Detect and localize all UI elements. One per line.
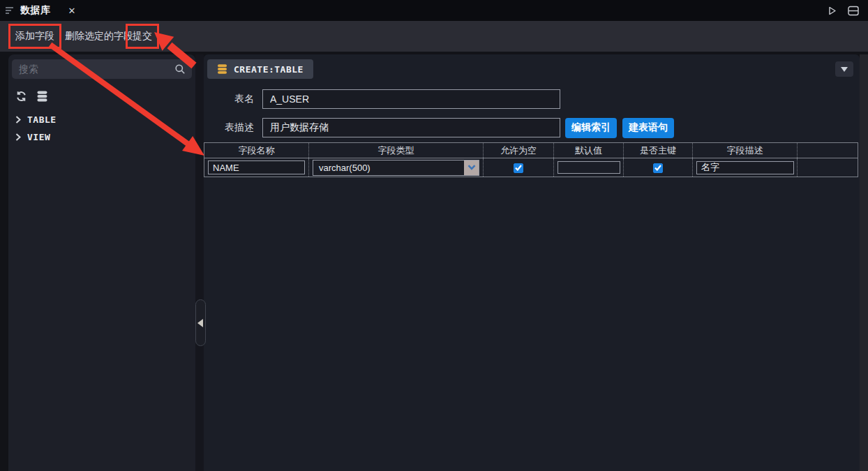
main-panel: CREATE:TABLE 表名 表描述 编辑索引 建表语句 字段名称 bbox=[204, 54, 860, 471]
column-header-field-desc: 字段描述 bbox=[693, 143, 798, 158]
tab-title: 数据库 bbox=[20, 4, 51, 17]
panel-dropdown-button[interactable] bbox=[835, 61, 853, 77]
create-sql-button[interactable]: 建表语句 bbox=[622, 118, 674, 138]
sidebar-tools bbox=[15, 91, 195, 102]
column-header-default-value: 默认值 bbox=[554, 143, 624, 158]
collapse-left-icon bbox=[197, 319, 203, 327]
database-icon bbox=[217, 64, 227, 74]
tree: TABLE VIEW bbox=[8, 111, 195, 146]
tree-item-label: VIEW bbox=[27, 132, 50, 142]
table-name-label: 表名 bbox=[204, 93, 262, 105]
table-desc-row: 表描述 编辑索引 建表语句 bbox=[204, 118, 860, 137]
tree-item-view[interactable]: VIEW bbox=[8, 128, 195, 146]
main-header: CREATE:TABLE bbox=[204, 54, 860, 79]
tree-item-table[interactable]: TABLE bbox=[8, 111, 195, 128]
sidebar: TABLE VIEW bbox=[8, 54, 195, 471]
empty-cell bbox=[798, 158, 858, 177]
list-icon bbox=[5, 6, 14, 15]
table-desc-input[interactable] bbox=[262, 118, 560, 137]
chevron-down-icon[interactable] bbox=[464, 160, 479, 175]
badge-label: CREATE:TABLE bbox=[234, 64, 304, 75]
fields-table: 字段名称 字段类型 允许为空 默认值 是否主键 字段描述 varch bbox=[204, 142, 858, 177]
table-name-row: 表名 bbox=[204, 89, 860, 109]
toolbar: 添加字段 删除选定的字段 提交 bbox=[0, 21, 868, 52]
submit-button[interactable]: 提交 bbox=[129, 27, 156, 45]
titlebar-actions bbox=[827, 6, 868, 16]
create-table-tab[interactable]: CREATE:TABLE bbox=[207, 59, 313, 79]
tree-item-label: TABLE bbox=[27, 114, 57, 125]
search-box bbox=[12, 59, 192, 79]
refresh-icon[interactable] bbox=[15, 91, 27, 102]
chevron-right-icon bbox=[15, 133, 21, 141]
add-field-button[interactable]: 添加字段 bbox=[12, 27, 58, 45]
search-input[interactable] bbox=[12, 59, 192, 79]
tab-database[interactable]: 数据库 ✕ bbox=[0, 0, 85, 21]
delete-selected-fields-button[interactable]: 删除选定的字段 bbox=[61, 27, 137, 45]
primary-key-checkbox[interactable] bbox=[653, 163, 663, 173]
table-name-input[interactable] bbox=[262, 89, 560, 109]
field-type-select[interactable]: varchar(500) bbox=[313, 160, 479, 176]
allow-null-checkbox[interactable] bbox=[514, 163, 523, 173]
window-edge bbox=[860, 54, 868, 471]
field-desc-input[interactable] bbox=[696, 161, 794, 174]
table-row: varchar(500) bbox=[204, 158, 858, 177]
field-name-input[interactable] bbox=[208, 160, 305, 174]
panel-divider bbox=[195, 54, 204, 471]
split-window-icon[interactable] bbox=[848, 6, 859, 16]
column-header-empty bbox=[798, 143, 858, 158]
titlebar: 数据库 ✕ bbox=[0, 0, 868, 21]
field-type-value: varchar(500) bbox=[313, 160, 464, 175]
column-header-field-type: 字段类型 bbox=[309, 143, 484, 158]
column-header-allow-null: 允许为空 bbox=[484, 143, 554, 158]
column-header-primary-key: 是否主键 bbox=[624, 143, 693, 158]
default-value-input[interactable] bbox=[558, 161, 620, 174]
table-desc-label: 表描述 bbox=[204, 121, 262, 134]
collapse-sidebar-handle[interactable] bbox=[195, 299, 206, 346]
fields-table-header-row: 字段名称 字段类型 允许为空 默认值 是否主键 字段描述 bbox=[204, 143, 858, 158]
column-header-field-name: 字段名称 bbox=[204, 143, 309, 158]
search-icon[interactable] bbox=[174, 63, 186, 77]
close-icon[interactable]: ✕ bbox=[68, 6, 76, 16]
app-window: 数据库 ✕ 添加字段 删除选定的字段 提交 bbox=[0, 0, 868, 471]
run-icon[interactable] bbox=[827, 6, 837, 16]
database-icon[interactable] bbox=[36, 91, 48, 102]
edit-index-button[interactable]: 编辑索引 bbox=[565, 118, 617, 138]
chevron-right-icon bbox=[15, 116, 21, 124]
caret-down-icon bbox=[841, 67, 848, 72]
